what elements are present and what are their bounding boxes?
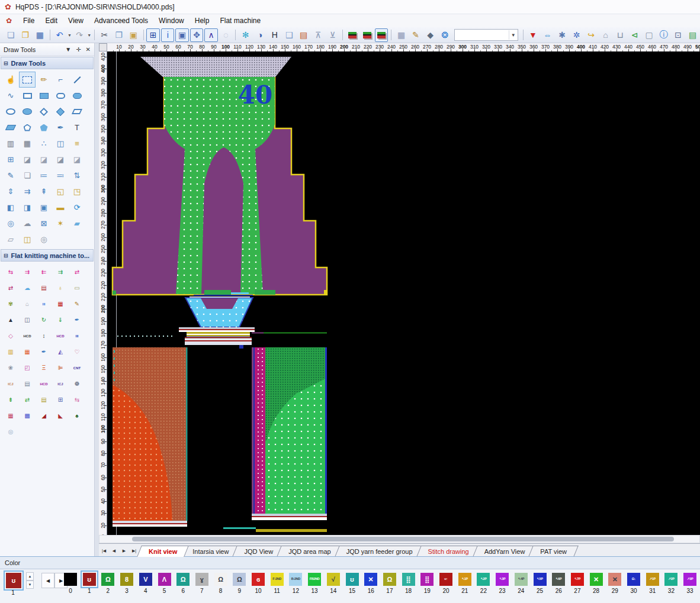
menu-file[interactable]: File bbox=[18, 15, 40, 26]
tool-frame-top[interactable]: ◳ bbox=[69, 183, 85, 199]
menu-advanceed-tools[interactable]: Advanceed Tools bbox=[89, 15, 153, 26]
tool-frame-right[interactable]: ◨ bbox=[19, 199, 36, 215]
dark-folder-button[interactable]: ◆ bbox=[423, 28, 437, 42]
tool-yarn-carrier[interactable]: ♁ bbox=[52, 280, 69, 296]
tool-grid-link[interactable]: ⊞ bbox=[52, 392, 69, 408]
color-swatch-12[interactable]: B-2ND bbox=[289, 573, 302, 586]
tool-dots-blue[interactable]: ▩ bbox=[19, 408, 36, 424]
undo-button[interactable]: ↶ bbox=[53, 28, 66, 42]
grid-view-button[interactable]: ⊞ bbox=[146, 28, 160, 42]
tool-frame-left[interactable]: ◧ bbox=[2, 199, 19, 215]
tab-nav-1[interactable]: ◀ bbox=[110, 546, 118, 556]
usb-device-button[interactable]: ⊔ bbox=[614, 28, 627, 42]
tool-cut-row[interactable]: ⇉ bbox=[19, 183, 36, 199]
tool-text-tool[interactable]: T bbox=[69, 120, 85, 136]
tab-stitch-drawing[interactable]: Stitch drawing bbox=[419, 546, 479, 557]
layers-c-button[interactable] bbox=[375, 28, 388, 42]
tool-step-left[interactable]: ◣ bbox=[52, 408, 69, 424]
tool-target-rings-2[interactable]: ◎ bbox=[2, 424, 19, 440]
tool-pan-hand[interactable]: ☝ bbox=[2, 72, 19, 88]
tool-eraser[interactable]: ▰ bbox=[69, 215, 85, 231]
tool-align-right[interactable]: ≕ bbox=[52, 167, 69, 183]
knit-pattern-drawing[interactable]: 40 bbox=[107, 51, 700, 535]
tool-mountain[interactable]: ◭ bbox=[52, 344, 69, 360]
spinner-down-button[interactable]: ▼ bbox=[26, 581, 34, 589]
menu-flat-machine[interactable]: Flat machine bbox=[214, 15, 266, 26]
tool-cloud-tool[interactable]: ☁ bbox=[19, 215, 36, 231]
color-swatch-4[interactable]: V bbox=[139, 573, 152, 586]
tool-brush-edit[interactable]: ✎ bbox=[2, 167, 19, 183]
color-swatch-22[interactable]: ↖2P bbox=[477, 573, 490, 586]
tool-zoom-tool[interactable]: ◎ bbox=[2, 215, 19, 231]
menu-help[interactable]: Help bbox=[190, 15, 215, 26]
tool-red-grid[interactable]: ▦ bbox=[52, 296, 69, 312]
tool-flower-dark[interactable]: ❁ bbox=[69, 376, 85, 392]
open-file-button[interactable]: ❐ bbox=[19, 28, 33, 42]
marquee-machine-button[interactable]: ▢ bbox=[643, 28, 656, 42]
collapse-icon[interactable]: ⊟ bbox=[4, 60, 8, 66]
info-view-button[interactable]: i bbox=[161, 28, 175, 42]
tool-pencil[interactable]: ✏ bbox=[36, 72, 52, 88]
color-swatch-33[interactable]: ↗3P bbox=[683, 573, 696, 586]
collapse-icon[interactable]: ⊟ bbox=[4, 253, 8, 259]
new-file-button[interactable]: ❏ bbox=[4, 28, 18, 42]
tool-sheet-edit[interactable]: ▤ bbox=[36, 392, 52, 408]
color-swatch-14[interactable]: √ bbox=[327, 573, 340, 586]
color-swatch-18[interactable]: ⣿ bbox=[402, 573, 415, 586]
tab-nav-2[interactable]: ▶ bbox=[120, 546, 129, 556]
tool-bucket-3[interactable]: ◪ bbox=[52, 151, 69, 167]
tool-knit-transfer-6[interactable]: ⇄ bbox=[2, 280, 19, 296]
color-swatch-16[interactable]: ✕ bbox=[364, 573, 377, 586]
tool-h-bars[interactable]: ≡ bbox=[69, 136, 85, 151]
color-swatch-28[interactable]: ✕ bbox=[590, 573, 603, 586]
panel-menu-icon[interactable]: ▼ bbox=[65, 46, 71, 53]
undo-dropdown[interactable]: ▼ bbox=[67, 29, 72, 41]
tool-polyline[interactable]: ⌐ bbox=[52, 72, 69, 88]
tool-filled-parallelogram[interactable] bbox=[2, 120, 19, 136]
tab-jqd-view[interactable]: JQD View bbox=[235, 546, 282, 557]
tool-flat-bed[interactable]: ▭ bbox=[69, 280, 85, 296]
left-sleeve-piece[interactable] bbox=[113, 347, 188, 527]
tool-overlap[interactable]: ◰ bbox=[19, 360, 36, 376]
tab-nav-0[interactable]: |◀ bbox=[99, 546, 108, 556]
tool-block-orange[interactable]: ▦ bbox=[19, 344, 36, 360]
color-swatch-25[interactable]: ↖5P bbox=[534, 573, 547, 586]
color-swatch-3[interactable]: 8 bbox=[120, 573, 133, 586]
globe-button[interactable]: ❂ bbox=[438, 28, 452, 42]
color-swatch-1[interactable]: ʊ bbox=[83, 573, 96, 586]
color-swatch-1[interactable]: ʊ bbox=[6, 573, 21, 588]
tool-pen-blue[interactable]: ✒ bbox=[69, 312, 85, 328]
usb-ready-button[interactable]: ⊲ bbox=[628, 28, 641, 42]
tool-rounded-rect[interactable] bbox=[52, 88, 69, 104]
tool-shirt-piece[interactable]: ⌂ bbox=[19, 296, 36, 312]
color-swatch-9[interactable]: Ω bbox=[233, 573, 246, 586]
tool-pyramid[interactable]: ▲ bbox=[2, 312, 19, 328]
color-swatch-2[interactable]: Ω bbox=[101, 573, 114, 586]
tool-door-plus[interactable]: ◫ bbox=[19, 312, 36, 328]
tool-spacing-v[interactable]: ⇕ bbox=[2, 183, 19, 199]
circle-select-button[interactable]: ◌ bbox=[219, 28, 233, 42]
tool-hcd-arrow[interactable]: HCD bbox=[19, 328, 36, 344]
tool-distribute-v[interactable]: ⇅ bbox=[69, 167, 85, 183]
tool-green-crown[interactable]: ✾ bbox=[2, 296, 19, 312]
tool-insert-row[interactable]: ⇞ bbox=[36, 183, 52, 199]
tool-rect-select[interactable] bbox=[19, 72, 36, 88]
tool-note-edit[interactable]: ✎ bbox=[69, 296, 85, 312]
shield-button[interactable]: ◑ bbox=[253, 28, 267, 42]
color-swatch-13[interactable]: FB2ND bbox=[308, 573, 321, 586]
color-swatch-30[interactable]: Ω↓ bbox=[627, 573, 640, 586]
tool-filled-rounded-rect[interactable] bbox=[69, 88, 85, 104]
tab-pat-view[interactable]: PAT view bbox=[531, 546, 576, 557]
tool-bars-blue[interactable]: III bbox=[69, 328, 85, 344]
screen-out-button[interactable]: ⊡ bbox=[672, 28, 685, 42]
tool-bar-stop[interactable]: ⊫ bbox=[52, 360, 69, 376]
tool-loop-swap[interactable]: ⇆ bbox=[69, 392, 85, 408]
move-view-button[interactable]: ✥ bbox=[190, 28, 204, 42]
color-swatch-0[interactable] bbox=[64, 573, 77, 586]
color-swatch-31[interactable]: ↗1P bbox=[646, 573, 659, 586]
tool-parallelogram[interactable] bbox=[69, 104, 85, 120]
color-swatch-6[interactable]: Ω bbox=[176, 573, 190, 586]
scrollbar-thumb[interactable] bbox=[132, 537, 674, 541]
horizontal-scrollbar[interactable] bbox=[99, 535, 700, 543]
tool-knit-transfer-4[interactable]: ⇉ bbox=[52, 264, 69, 280]
